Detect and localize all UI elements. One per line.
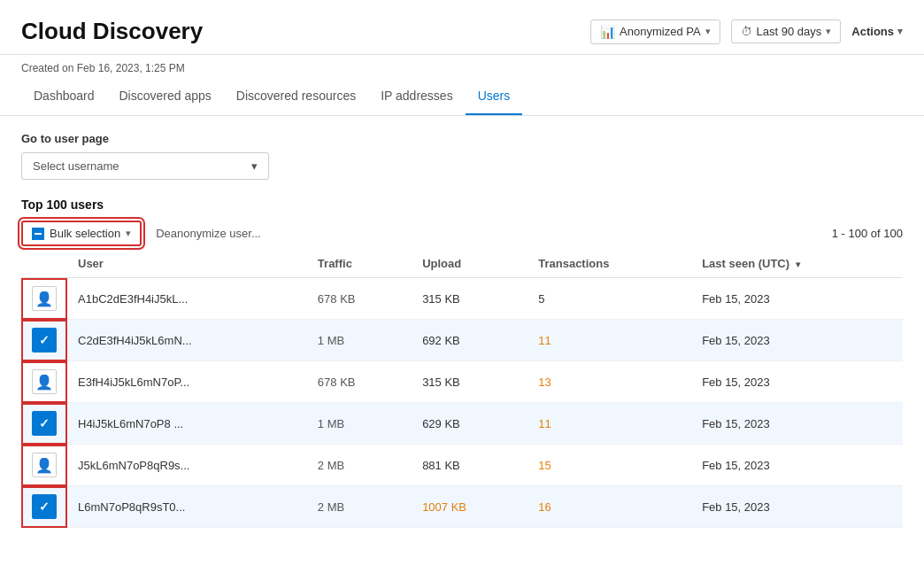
user-icon: 👤 xyxy=(35,374,53,391)
date-range-button[interactable]: ⏱ Last 90 days ▾ xyxy=(731,19,842,43)
bulk-selection-icon xyxy=(32,228,44,240)
check-icon: ✓ xyxy=(39,333,50,347)
user-name-cell: L6mN7oP8qR9sT0... xyxy=(67,486,307,528)
transactions-cell: 5 xyxy=(527,278,691,320)
upload-cell: 629 KB xyxy=(412,403,527,445)
col-transactions-header: Transactions xyxy=(527,250,691,278)
traffic-cell: 678 KB xyxy=(307,361,412,403)
header-controls: 📊 Anonymized PA ▾ ⏱ Last 90 days ▾ Actio… xyxy=(590,19,903,44)
last-seen-cell: Feb 15, 2023 xyxy=(691,486,903,528)
tab-ip-addresses[interactable]: IP addresses xyxy=(368,78,465,115)
section-title: Top 100 users xyxy=(21,198,903,212)
col-upload-header: Upload xyxy=(412,250,527,278)
user-name-cell: J5kL6mN7oP8qR9s... xyxy=(67,445,307,486)
upload-cell: 692 KB xyxy=(412,320,527,361)
last-seen-cell: Feb 15, 2023 xyxy=(691,278,903,320)
goto-label: Go to user page xyxy=(21,132,903,145)
table-body: 👤A1bC2dE3fH4iJ5kL...678 KB315 KB5Feb 15,… xyxy=(21,278,903,528)
check-icon: ✓ xyxy=(39,416,50,430)
page-header: Cloud Discovery 📊 Anonymized PA ▾ ⏱ Last… xyxy=(0,0,924,55)
tab-dashboard[interactable]: Dashboard xyxy=(21,78,107,115)
bulk-selection-label: Bulk selection xyxy=(50,227,120,240)
username-select[interactable]: Select username ▾ xyxy=(21,152,269,180)
tab-discovered-apps[interactable]: Discovered apps xyxy=(107,78,224,115)
table-row: 👤E3fH4iJ5kL6mN7oP...678 KB315 KB13Feb 15… xyxy=(21,361,903,403)
transactions-cell: 11 xyxy=(527,320,691,361)
transactions-cell: 13 xyxy=(527,361,691,403)
avatar-checkbox[interactable]: 👤 xyxy=(32,453,57,477)
table-row: ✓C2dE3fH4iJ5kL6mN...1 MB692 KB11Feb 15, … xyxy=(21,320,903,361)
traffic-cell: 1 MB xyxy=(307,320,412,361)
row-checkbox-cell: 👤 xyxy=(21,445,67,486)
upload-cell: 315 KB xyxy=(412,361,527,403)
deanonymize-button[interactable]: Deanonymize user... xyxy=(149,222,268,244)
chevron-down-icon-2: ▾ xyxy=(826,26,831,37)
nav-tabs: Dashboard Discovered apps Discovered res… xyxy=(0,78,924,116)
last-seen-cell: Feb 15, 2023 xyxy=(691,320,903,361)
avatar-checkbox[interactable]: ✓ xyxy=(32,494,57,519)
user-icon: 👤 xyxy=(35,457,53,474)
page-title: Cloud Discovery xyxy=(21,18,203,45)
table-row: ✓L6mN7oP8qR9sT0...2 MB1007 KB16Feb 15, 2… xyxy=(21,486,903,528)
pagination-info: 1 - 100 of 100 xyxy=(832,227,903,240)
table-header: User Traffic Upload Transactions Last se… xyxy=(21,250,903,278)
table-toolbar: Bulk selection ▾ Deanonymize user... 1 -… xyxy=(21,221,903,246)
anonymized-pa-button[interactable]: 📊 Anonymized PA ▾ xyxy=(590,19,720,44)
user-name-cell: H4iJ5kL6mN7oP8 ... xyxy=(67,403,307,445)
upload-cell: 315 KB xyxy=(412,278,527,320)
table-row: 👤A1bC2dE3fH4iJ5kL...678 KB315 KB5Feb 15,… xyxy=(21,278,903,320)
actions-label: Actions xyxy=(851,25,894,38)
traffic-cell: 1 MB xyxy=(307,403,412,445)
avatar-checkbox[interactable]: 👤 xyxy=(32,286,57,311)
chevron-down-icon-5: ▾ xyxy=(126,228,131,239)
users-table: User Traffic Upload Transactions Last se… xyxy=(21,250,903,528)
traffic-cell: 2 MB xyxy=(307,445,412,486)
clock-icon: ⏱ xyxy=(741,25,752,38)
row-checkbox-cell: 👤 xyxy=(21,278,67,320)
transactions-cell: 15 xyxy=(527,445,691,486)
actions-button[interactable]: Actions ▾ xyxy=(851,25,903,38)
upload-cell: 881 KB xyxy=(412,445,527,486)
chevron-down-icon: ▾ xyxy=(705,26,711,37)
tab-users[interactable]: Users xyxy=(466,78,523,115)
row-checkbox-cell: 👤 xyxy=(21,361,67,403)
col-traffic-header: Traffic xyxy=(307,250,412,278)
toolbar-left: Bulk selection ▾ Deanonymize user... xyxy=(21,221,268,246)
avatar-checkbox[interactable]: ✓ xyxy=(32,328,57,352)
upload-cell: 1007 KB xyxy=(412,486,527,528)
main-content: Go to user page Select username ▾ Top 10… xyxy=(0,116,924,544)
row-checkbox-cell: ✓ xyxy=(21,320,67,361)
col-checkbox-header xyxy=(21,250,67,278)
user-name-cell: C2dE3fH4iJ5kL6mN... xyxy=(67,320,307,361)
transactions-cell: 16 xyxy=(527,486,691,528)
col-user-header: User xyxy=(67,250,307,278)
table-row: 👤J5kL6mN7oP8qR9s...2 MB881 KB15Feb 15, 2… xyxy=(21,445,903,486)
user-name-cell: E3fH4iJ5kL6mN7oP... xyxy=(67,361,307,403)
row-checkbox-cell: ✓ xyxy=(21,486,67,528)
last-seen-cell: Feb 15, 2023 xyxy=(691,445,903,486)
username-select-value: Select username xyxy=(33,159,119,173)
chevron-down-icon-3: ▾ xyxy=(897,26,903,37)
traffic-cell: 2 MB xyxy=(307,486,412,528)
avatar-checkbox[interactable]: ✓ xyxy=(32,411,57,436)
bulk-selection-button[interactable]: Bulk selection ▾ xyxy=(21,221,142,246)
chevron-down-icon-4: ▾ xyxy=(251,159,258,173)
user-icon: 👤 xyxy=(35,290,53,307)
avatar-checkbox[interactable]: 👤 xyxy=(32,369,57,394)
last-seen-cell: Feb 15, 2023 xyxy=(691,403,903,445)
check-icon: ✓ xyxy=(39,500,50,514)
row-checkbox-cell: ✓ xyxy=(21,403,67,445)
col-last-seen-header[interactable]: Last seen (UTC) ▾ xyxy=(691,250,903,278)
report-icon: 📊 xyxy=(600,25,615,39)
created-date: Created on Feb 16, 2023, 1:25 PM xyxy=(0,55,924,78)
last-seen-cell: Feb 15, 2023 xyxy=(691,361,903,403)
transactions-cell: 11 xyxy=(527,403,691,445)
tab-discovered-resources[interactable]: Discovered resources xyxy=(224,78,368,115)
traffic-cell: 678 KB xyxy=(307,278,412,320)
anonymized-pa-label: Anonymized PA xyxy=(620,25,701,38)
table-row: ✓H4iJ5kL6mN7oP8 ...1 MB629 KB11Feb 15, 2… xyxy=(21,403,903,445)
date-range-label: Last 90 days xyxy=(757,25,822,38)
user-name-cell: A1bC2dE3fH4iJ5kL... xyxy=(67,278,307,320)
sort-arrow-icon: ▾ xyxy=(796,260,800,269)
